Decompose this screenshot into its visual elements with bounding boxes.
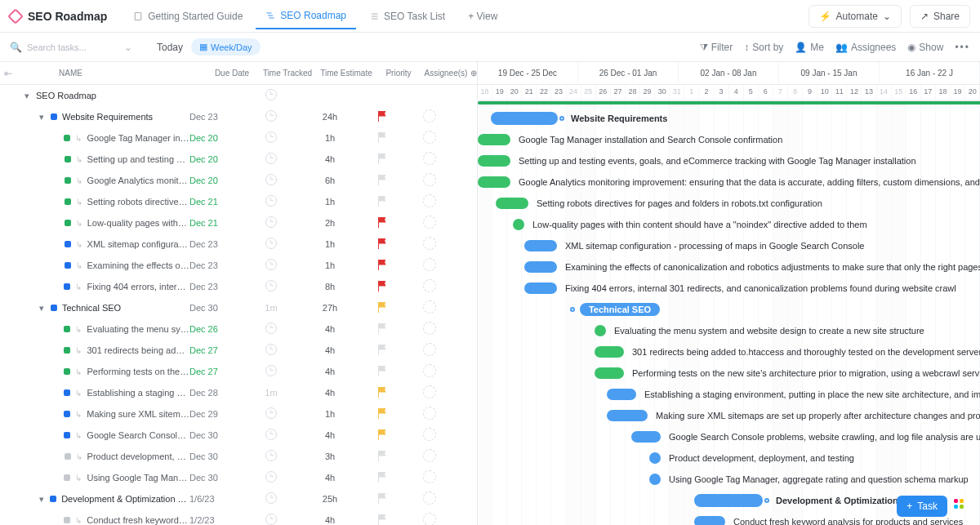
time-estimate[interactable]: 1h — [301, 197, 359, 207]
task-row[interactable]: ↳Fixing 404 errors, internal 30...Dec 23… — [0, 276, 477, 297]
assignee-add[interactable] — [405, 470, 454, 485]
time-tracked[interactable] — [242, 238, 301, 251]
task-row[interactable]: ↳301 redirects being added to...Dec 274h — [0, 340, 477, 361]
day-cell[interactable]: 4 — [729, 85, 744, 100]
gantt-dot[interactable] — [513, 219, 524, 230]
day-cell[interactable]: 6 — [759, 85, 773, 100]
priority-flag[interactable] — [359, 493, 405, 505]
due-date[interactable]: 1/6/23 — [189, 494, 242, 504]
status-square-icon[interactable] — [65, 220, 71, 226]
status-square-icon[interactable] — [64, 135, 70, 141]
time-estimate[interactable]: 4h — [301, 154, 359, 164]
gantt-bar-parent[interactable] — [491, 112, 558, 125]
time-estimate[interactable]: 24h — [301, 112, 359, 122]
day-cell[interactable]: 30 — [655, 85, 670, 100]
day-cell[interactable]: 26 — [596, 85, 611, 100]
assignee-add[interactable] — [405, 300, 454, 315]
day-cell[interactable]: 14 — [877, 85, 892, 100]
priority-flag[interactable] — [359, 260, 405, 272]
col-tracked[interactable]: Time Tracked — [258, 69, 317, 78]
status-square-icon[interactable] — [64, 326, 70, 332]
me-button[interactable]: 👤Me — [795, 42, 824, 53]
status-square-icon[interactable] — [65, 241, 71, 247]
time-estimate[interactable]: 4h — [301, 515, 359, 525]
assignees-button[interactable]: 👥Assignees — [835, 42, 896, 53]
more-button[interactable]: ••• — [955, 42, 970, 53]
assignee-add[interactable] — [405, 216, 454, 230]
time-tracked[interactable] — [242, 89, 301, 102]
date-range[interactable]: 02 Jan - 08 Jan — [679, 62, 779, 84]
gantt-bar[interactable] — [524, 261, 557, 273]
time-tracked[interactable] — [242, 471, 301, 484]
day-cell[interactable]: 31 — [670, 85, 684, 100]
status-square-icon[interactable] — [64, 517, 70, 523]
time-tracked[interactable] — [242, 131, 301, 145]
due-date[interactable]: Dec 23 — [189, 282, 242, 291]
gantt-bar-parent[interactable]: Technical SEO — [580, 303, 660, 316]
assignee-add[interactable] — [405, 258, 454, 273]
due-date[interactable]: 1/2/23 — [189, 515, 242, 525]
status-square-icon[interactable] — [65, 177, 71, 184]
day-cell[interactable]: 21 — [522, 85, 537, 100]
gantt-bar[interactable] — [595, 346, 624, 358]
day-cell[interactable]: 17 — [921, 85, 936, 100]
gantt-bar[interactable] — [496, 198, 528, 209]
time-estimate[interactable]: 2h — [301, 218, 359, 228]
status-square-icon[interactable] — [64, 283, 70, 290]
time-tracked[interactable] — [242, 492, 301, 505]
due-date[interactable]: Dec 29 — [189, 409, 242, 419]
assignee-add[interactable] — [405, 173, 454, 188]
gantt-bar[interactable] — [595, 367, 624, 379]
add-column-button[interactable]: ⊕ — [470, 69, 477, 78]
time-tracked[interactable] — [242, 344, 301, 357]
time-estimate[interactable]: 4h — [301, 324, 359, 334]
time-estimate[interactable]: 6h — [301, 176, 359, 185]
assignee-add[interactable] — [405, 449, 454, 464]
priority-flag[interactable] — [359, 281, 405, 293]
tab-getting-started[interactable]: Getting Started Guide — [123, 3, 252, 29]
task-row[interactable]: ↳Google Analytics monitoring...Dec 206h — [0, 170, 477, 191]
task-row[interactable]: ↳XML sitemap configuration -...Dec 231h — [0, 234, 477, 255]
gantt-body[interactable]: Website RequirementsGoogle Tag Manager i… — [478, 101, 980, 525]
share-button[interactable]: ↗ Share — [910, 5, 970, 28]
day-cell[interactable]: 20 — [507, 85, 522, 100]
gantt-bar[interactable] — [478, 176, 510, 188]
expand-chevron-icon[interactable]: ▾ — [38, 112, 46, 122]
task-row[interactable]: ↳Setting robots directives for ...Dec 21… — [0, 191, 477, 212]
day-cell[interactable]: 15 — [892, 85, 906, 100]
time-estimate[interactable]: 1h — [301, 260, 359, 270]
assignee-add[interactable] — [405, 322, 454, 336]
gantt-dot[interactable] — [649, 452, 661, 464]
time-estimate[interactable]: 4h — [301, 367, 359, 376]
day-cell[interactable]: 18 — [478, 85, 492, 100]
task-row[interactable]: ↳Evaluating the menu system ...Dec 264h — [0, 318, 477, 340]
search-input[interactable]: 🔍 Search tasks... ⌄ — [10, 42, 132, 53]
priority-flag[interactable] — [359, 514, 405, 526]
task-row[interactable]: ↳Examining the effects of can...Dec 231h — [0, 255, 477, 276]
due-date[interactable]: Dec 27 — [189, 345, 242, 355]
filter-button[interactable]: ⧩Filter — [700, 42, 733, 53]
status-square-icon[interactable] — [51, 305, 57, 311]
gantt-bar[interactable] — [694, 516, 725, 525]
assignee-add[interactable] — [405, 428, 454, 443]
time-estimate[interactable]: 4h — [301, 345, 359, 355]
day-cell[interactable]: 5 — [744, 85, 759, 100]
day-cell[interactable]: 22 — [537, 85, 551, 100]
status-square-icon[interactable] — [65, 198, 71, 205]
sortby-button[interactable]: ↕Sort by — [744, 42, 783, 53]
gantt-bar[interactable] — [607, 389, 636, 400]
priority-flag[interactable] — [359, 175, 405, 187]
expand-chevron-icon[interactable]: ▾ — [38, 494, 45, 505]
task-row[interactable]: ↳Google Tag Manager installa...Dec 201h — [0, 127, 477, 149]
time-tracked[interactable] — [242, 407, 301, 420]
due-date[interactable]: Dec 30 — [189, 303, 242, 313]
status-square-icon[interactable] — [64, 432, 70, 438]
col-estimate[interactable]: Time Estimate — [317, 69, 376, 78]
gantt-bar[interactable] — [524, 240, 557, 251]
time-tracked[interactable] — [242, 259, 301, 272]
priority-flag[interactable] — [359, 451, 405, 463]
date-range[interactable]: 26 Dec - 01 Jan — [578, 62, 679, 84]
priority-flag[interactable] — [359, 196, 405, 208]
day-cell[interactable]: 19 — [492, 85, 507, 100]
priority-flag[interactable] — [359, 132, 405, 145]
